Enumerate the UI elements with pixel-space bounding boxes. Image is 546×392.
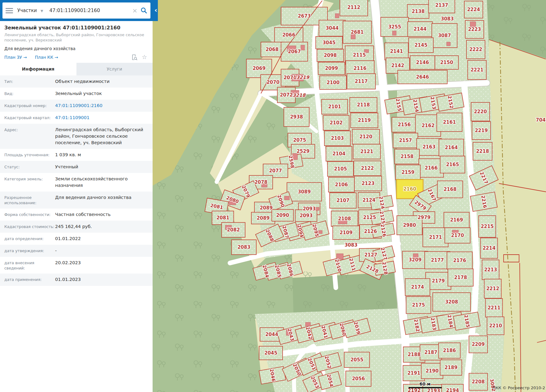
map-attribution: ПКК © Росреестр 2010-2 xyxy=(492,386,545,390)
parcel-label-2070: 2070 xyxy=(266,80,280,85)
parcel-label-2141: 2141 xyxy=(390,49,403,54)
parcel-label-2163: 2163 xyxy=(422,144,436,150)
building xyxy=(306,322,310,326)
parcel-label-2067: 2067 xyxy=(288,49,301,54)
tab-информация[interactable]: Информация xyxy=(0,63,76,75)
parcel-label-2077: 2077 xyxy=(269,168,282,174)
info-row-value[interactable]: 47:01:1109001 xyxy=(55,114,148,121)
map-canvas[interactable]: 2673211221382137308322243044325521442223… xyxy=(153,0,546,392)
parcel-label-2208: 2208 xyxy=(472,379,485,385)
info-row: дата утверждения:- xyxy=(0,245,153,257)
chevron-down-icon[interactable]: ▼ xyxy=(41,9,43,13)
parcel-label-2214: 2214 xyxy=(483,245,496,251)
parcel-label-2168: 2168 xyxy=(444,187,457,192)
parcel-usage: Для ведения дачного хозяйства xyxy=(4,46,148,51)
parcel-label-2146: 2146 xyxy=(416,60,429,65)
info-row: Площадь уточненная:1 039 кв. м xyxy=(0,149,153,161)
building xyxy=(284,196,289,200)
parcel-label-2681: 2681 xyxy=(351,29,364,35)
parcel-label-2175: 2175 xyxy=(412,302,425,308)
info-row-value: Для ведения дачного хозяйства xyxy=(55,194,148,201)
parcel-label-2112: 2112 xyxy=(347,5,360,10)
info-row-value[interactable]: 47:01:1109001:2160 xyxy=(55,102,148,109)
parcel-label-2157: 2157 xyxy=(399,138,412,143)
parcel-label-2145: 2145 xyxy=(414,42,427,48)
parcel-label-2170: 2170 xyxy=(451,233,464,238)
parcel-label-2938: 2938 xyxy=(290,114,303,120)
menu-icon[interactable] xyxy=(6,7,13,15)
parcel-label-2066: 2066 xyxy=(282,32,295,38)
parcel-label-2138: 2138 xyxy=(412,9,425,14)
parcel-label-2176: 2176 xyxy=(453,258,466,263)
parcel-label-2103: 2103 xyxy=(331,136,344,141)
search-input[interactable] xyxy=(49,7,129,14)
collapse-panel-icon[interactable]: ‹ xyxy=(154,7,157,14)
cadastral-map[interactable]: 2673211221382137308322243044325521442223… xyxy=(153,0,546,392)
info-row-label: Кадастровая стоимость: xyxy=(4,223,55,230)
parcel-label-2194: 2194 xyxy=(446,388,459,392)
plan-link-0[interactable]: План ЗУ → xyxy=(4,55,27,60)
info-row: Кадастровый квартал:47:01:1109001 xyxy=(0,112,153,124)
search-category-dropdown[interactable]: Участки xyxy=(17,8,37,13)
parcel-label-2106: 2106 xyxy=(335,182,348,187)
parcel-label-2193: 2193 xyxy=(427,388,440,392)
parcel-label-2159: 2159 xyxy=(401,170,414,175)
parcel-label-2219: 2219 xyxy=(475,128,488,133)
parcel-label-2212: 2212 xyxy=(486,286,499,291)
parcel-label-3255: 3255 xyxy=(388,24,401,30)
info-row-value: 01.01.2023 xyxy=(55,276,148,283)
parcel-label-2101: 2101 xyxy=(328,104,341,110)
info-row-value: 01.01.2022 xyxy=(55,235,148,242)
scale-label: 60 м xyxy=(419,381,431,386)
info-row-label: Разрешенное использование: xyxy=(4,194,55,206)
parcel-label-2215: 2215 xyxy=(481,224,494,229)
parcel-label-3208: 3208 xyxy=(445,299,458,305)
parcel-label-2177: 2177 xyxy=(431,257,444,263)
parcel-label-2164: 2164 xyxy=(445,145,458,150)
parcel-label-2118: 2118 xyxy=(357,102,370,108)
star-icon[interactable]: ☆ xyxy=(142,54,147,60)
parcel-label-2104: 2104 xyxy=(332,151,345,157)
info-row-label: дата утверждения: xyxy=(4,248,55,254)
parcel-label-2529: 2529 xyxy=(297,149,310,154)
parcel-label-2122: 2122 xyxy=(361,166,374,171)
parcel-label-2115: 2115 xyxy=(353,52,366,58)
info-row-value: 1 039 кв. м xyxy=(55,152,148,158)
parcel-label-2126: 2126 xyxy=(364,229,377,234)
parcel-address-subtitle: Ленинградская область, Выборгский район,… xyxy=(4,32,147,43)
road-label-3083: 3083 xyxy=(344,242,358,248)
parcel-label-2169: 2169 xyxy=(450,217,463,223)
parcel-label-2072: 2072 xyxy=(280,92,293,98)
tab-услуги[interactable]: Услуги xyxy=(76,63,153,75)
parcel-label-2161: 2161 xyxy=(443,119,456,125)
building xyxy=(470,22,476,27)
parcel-label-2220: 2220 xyxy=(474,109,487,114)
info-row-label: Категория земель: xyxy=(4,176,55,182)
doc-search-icon[interactable] xyxy=(131,54,137,60)
parcel-label-2127: 2127 xyxy=(364,252,377,258)
parcel-label-2089: 2089 xyxy=(260,205,273,211)
info-row: дата определения:01.01.2022 xyxy=(0,233,153,245)
field-label-704: 704 xyxy=(536,117,545,123)
parcel-title: Земельный участок 47:01:1109001:2160 xyxy=(4,25,148,31)
building xyxy=(447,42,450,46)
info-row: Категория земель:Земли сельскохозяйствен… xyxy=(0,173,153,192)
parcel-label-3219: 3219 xyxy=(296,75,310,80)
plan-links: План ЗУ →План КК → ☆ xyxy=(4,55,148,60)
parcel-label-2055: 2055 xyxy=(350,357,363,363)
parcel-label-2222: 2222 xyxy=(469,47,482,52)
search-icon[interactable] xyxy=(141,7,147,14)
parcel-label-2075: 2075 xyxy=(293,137,306,143)
info-row-label: Площадь уточненная: xyxy=(4,152,55,158)
parcel-label-2098: 2098 xyxy=(324,53,337,58)
info-row: Адрес:Ленинградская область, Выборгский … xyxy=(0,124,153,149)
plan-link-1[interactable]: План КК → xyxy=(35,55,58,60)
clear-icon[interactable]: × xyxy=(132,7,137,14)
parcel-label-2179: 2179 xyxy=(432,278,445,284)
parcel-label-2108: 2108 xyxy=(338,216,351,222)
info-row: Разрешенное использование:Для ведения да… xyxy=(0,192,153,209)
road-label-3083: 3083 xyxy=(441,16,454,22)
info-row-label: Адрес: xyxy=(4,127,55,133)
info-row: Кадастровая стоимость:245 162,44 руб. xyxy=(0,221,153,233)
parcel-label-2144: 2144 xyxy=(414,26,427,32)
